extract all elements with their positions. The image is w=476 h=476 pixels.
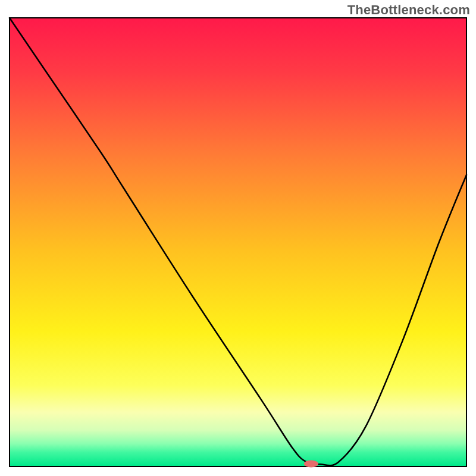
watermark-label: TheBottleneck.com xyxy=(347,2,470,18)
chart-container: TheBottleneck.com xyxy=(0,0,476,476)
chart-gradient-bg xyxy=(10,18,466,466)
bottleneck-chart xyxy=(0,0,476,476)
optimal-marker xyxy=(304,460,318,467)
